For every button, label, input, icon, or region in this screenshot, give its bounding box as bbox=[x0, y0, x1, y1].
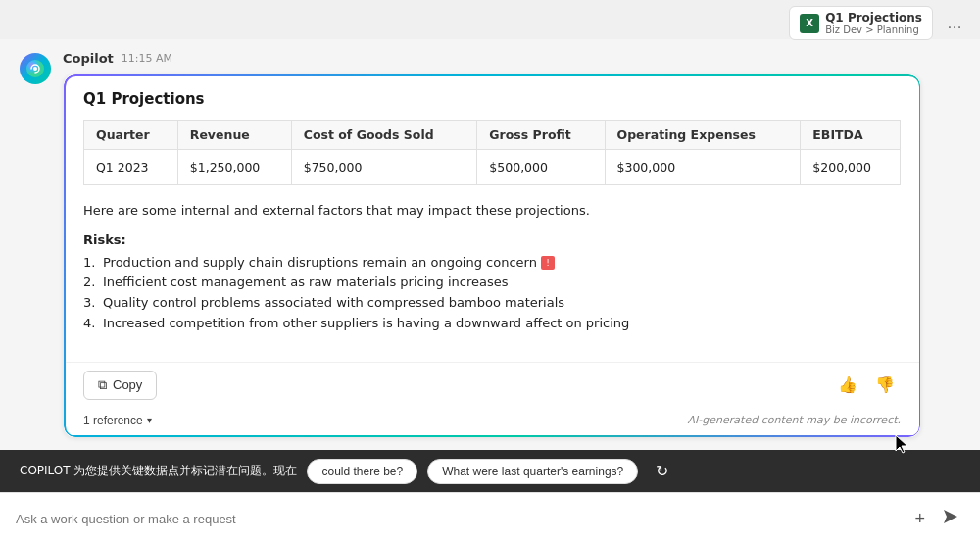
feedback-buttons: 👍 👎 bbox=[832, 372, 901, 398]
intro-text: Here are some internal and external fact… bbox=[83, 201, 901, 221]
message-header: Copilot 11:15 AM bbox=[63, 51, 921, 66]
references-text: 1 reference bbox=[83, 414, 143, 427]
risk-item: 2.Inefficient cost management as raw mat… bbox=[83, 272, 901, 293]
file-info: Q1 Projections Biz Dev > Planning bbox=[825, 11, 922, 35]
message-content: Copilot 11:15 AM Q1 Projections Quarter … bbox=[63, 51, 921, 438]
excel-icon: X bbox=[800, 14, 819, 33]
risks-section: Risks: 1.Production and supply chain dis… bbox=[83, 232, 901, 334]
suggestion-pill-1[interactable]: could there be? bbox=[307, 459, 417, 484]
file-path: Biz Dev > Planning bbox=[825, 25, 922, 35]
risk-text: Inefficient cost management as raw mater… bbox=[103, 272, 508, 293]
col-cogs: Cost of Goods Sold bbox=[291, 121, 477, 150]
copy-label: Copy bbox=[113, 377, 142, 392]
risk-text: Production and supply chain disruptions … bbox=[103, 253, 555, 273]
suggestion-label: COPILOT 为您提供关键数据点并标记潜在问题。现在 bbox=[20, 463, 297, 479]
add-button[interactable]: + bbox=[910, 505, 929, 533]
table-cell: $500,000 bbox=[477, 150, 605, 185]
thumbup-button[interactable]: 👍 bbox=[832, 372, 863, 398]
risk-number: 3. bbox=[83, 293, 99, 314]
table-row: Q1 2023$1,250,000$750,000$500,000$300,00… bbox=[84, 150, 901, 185]
references-row: 1 reference ▾ AI-generated content may b… bbox=[64, 410, 920, 437]
risk-number: 4. bbox=[83, 314, 99, 334]
suggestion-pill-2[interactable]: What were last quarter's earnings? bbox=[427, 459, 638, 484]
card-footer: ⧉ Copy 👍 👎 bbox=[64, 362, 920, 410]
projection-table: Quarter Revenue Cost of Goods Sold Gross… bbox=[83, 120, 901, 185]
suggestion-bar: COPILOT 为您提供关键数据点并标记潜在问题。现在 could there … bbox=[0, 450, 980, 492]
card-title: Q1 Projections bbox=[83, 90, 901, 108]
chat-input[interactable] bbox=[16, 512, 903, 526]
risk-flag-icon: ! bbox=[541, 256, 555, 270]
card-inner: Q1 Projections Quarter Revenue Cost of G… bbox=[64, 74, 920, 362]
chat-area: Copilot 11:15 AM Q1 Projections Quarter … bbox=[0, 39, 980, 450]
col-operating-expenses: Operating Expenses bbox=[605, 121, 801, 150]
copilot-message: Copilot 11:15 AM Q1 Projections Quarter … bbox=[0, 39, 980, 450]
table-cell: $750,000 bbox=[291, 150, 477, 185]
chevron-icon: ▾ bbox=[147, 415, 152, 425]
col-gross-profit: Gross Profit bbox=[477, 121, 605, 150]
table-cell: $200,000 bbox=[801, 150, 901, 185]
input-bar: + bbox=[0, 492, 980, 545]
projection-card: Q1 Projections Quarter Revenue Cost of G… bbox=[63, 74, 921, 438]
message-timestamp: 11:15 AM bbox=[122, 52, 172, 65]
col-quarter: Quarter bbox=[84, 121, 178, 150]
risk-number: 2. bbox=[83, 272, 99, 293]
svg-point-1 bbox=[33, 67, 37, 71]
risks-label: Risks: bbox=[83, 232, 901, 247]
table-header-row: Quarter Revenue Cost of Goods Sold Gross… bbox=[84, 121, 901, 150]
copilot-label: Copilot bbox=[63, 51, 114, 66]
risk-number: 1. bbox=[83, 253, 99, 273]
table-cell: $1,250,000 bbox=[177, 150, 291, 185]
risk-item: 3.Quality control problems associated wi… bbox=[83, 293, 901, 314]
table-cell: Q1 2023 bbox=[84, 150, 178, 185]
file-badge[interactable]: X Q1 Projections Biz Dev > Planning bbox=[789, 6, 933, 40]
col-ebitda: EBITDA bbox=[801, 121, 901, 150]
ai-disclaimer: AI-generated content may be incorrect. bbox=[688, 414, 901, 426]
file-name: Q1 Projections bbox=[825, 11, 922, 25]
send-button[interactable] bbox=[937, 503, 964, 535]
col-revenue: Revenue bbox=[177, 121, 291, 150]
risk-text: Quality control problems associated with… bbox=[103, 293, 564, 314]
copy-button[interactable]: ⧉ Copy bbox=[83, 371, 157, 400]
risks-list: 1.Production and supply chain disruption… bbox=[83, 253, 901, 334]
refresh-button[interactable]: ↻ bbox=[652, 458, 672, 484]
top-bar: X Q1 Projections Biz Dev > Planning … bbox=[777, 0, 980, 46]
thumbdown-button[interactable]: 👎 bbox=[869, 372, 901, 398]
risk-item: 4.Increased competition from other suppl… bbox=[83, 314, 901, 334]
copy-icon: ⧉ bbox=[98, 377, 107, 393]
copilot-avatar bbox=[20, 53, 51, 84]
risk-item: 1.Production and supply chain disruption… bbox=[83, 253, 901, 273]
references-button[interactable]: 1 reference ▾ bbox=[83, 414, 152, 427]
risk-text: Increased competition from other supplie… bbox=[103, 314, 629, 334]
more-button[interactable]: … bbox=[941, 11, 968, 36]
table-cell: $300,000 bbox=[605, 150, 801, 185]
